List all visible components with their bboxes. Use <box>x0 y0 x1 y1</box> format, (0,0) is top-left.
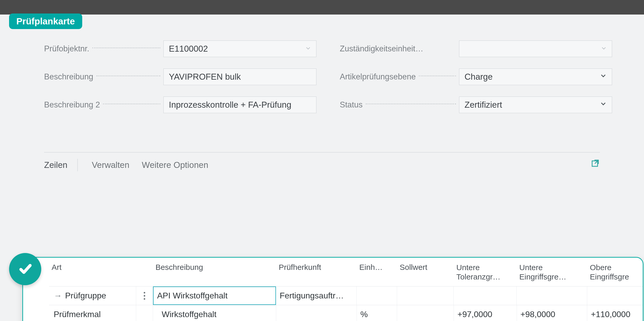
col-untere-eingriff: UntereEingriffsgre… <box>517 263 587 282</box>
tab-zeilen[interactable]: Zeilen <box>44 160 67 170</box>
table-row[interactable]: → Prüfgruppe API Wirkstoffgehalt Fertigu… <box>49 286 643 305</box>
col-einheit: Einh… <box>357 263 397 282</box>
label-pruefungsebene: Artikelprüfungsebene <box>340 72 459 81</box>
label-beschreibung2: Beschreibung 2 <box>44 100 163 110</box>
label-status: Status <box>340 100 459 110</box>
row-indicator-icon: → <box>54 291 62 300</box>
input-beschreibung[interactable]: YAVIPROFEN bulk <box>163 69 316 85</box>
tab-separator <box>77 159 78 171</box>
cell-beschreibung-focused[interactable]: API Wirkstoffgehalt <box>153 286 276 305</box>
select-pruefungsebene[interactable]: Charge <box>459 69 612 85</box>
row-menu-button[interactable] <box>136 286 153 305</box>
chevron-down-icon <box>600 44 607 54</box>
label-zustaendigkeit: Zuständigkeitseinheit… <box>340 44 459 53</box>
col-art: Art <box>49 263 136 282</box>
check-badge-icon <box>9 253 41 285</box>
chevron-down-icon <box>305 44 311 54</box>
kebab-icon <box>140 292 149 300</box>
table-header: Art Beschreibung Prüfherkunft Einh… Soll… <box>23 258 643 286</box>
chevron-down-icon <box>599 100 607 110</box>
select-status[interactable]: Zertifiziert <box>459 97 612 113</box>
chevron-down-icon <box>599 72 607 82</box>
col-untere-toleranz: UntereToleranzgr… <box>454 263 517 282</box>
input-pruefobjektnr[interactable]: E1100002 <box>163 40 316 57</box>
col-sollwert: Sollwert <box>397 263 454 282</box>
tab-verwalten[interactable]: Verwalten <box>92 160 129 170</box>
col-pruefherkunft: Prüfherkunft <box>276 263 357 282</box>
tab-weitere-optionen[interactable]: Weitere Optionen <box>142 160 208 170</box>
label-pruefobjektnr: Prüfobjektnr. <box>44 44 163 53</box>
highlight-callout: Art Beschreibung Prüfherkunft Einh… Soll… <box>22 257 643 321</box>
popout-icon[interactable] <box>591 159 600 171</box>
input-beschreibung2[interactable]: Inprozesskontrolle + FA-Prüfung <box>163 97 316 113</box>
col-beschreibung: Beschreibung <box>153 263 276 282</box>
table-row[interactable]: Prüfmerkmal Wirkstoffgehalt % +97,0000 +… <box>49 305 643 321</box>
label-beschreibung: Beschreibung <box>44 72 163 81</box>
select-zustaendigkeit[interactable] <box>459 40 612 57</box>
cell-pruefherkunft[interactable]: Fertigungsauftr… <box>276 286 357 305</box>
col-obere-eingriff: ObereEingriffsgre <box>587 263 643 282</box>
app-titlebar <box>0 0 644 15</box>
